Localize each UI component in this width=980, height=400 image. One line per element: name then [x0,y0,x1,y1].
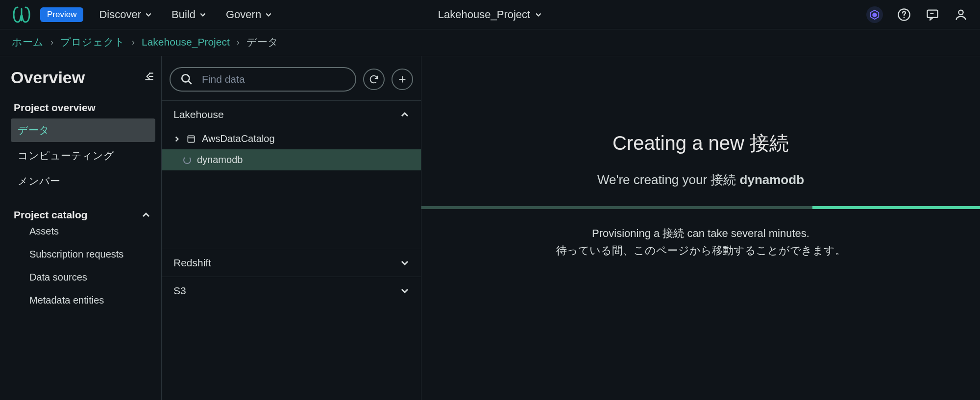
nav-label: Govern [226,8,261,21]
nav-label: Build [172,8,196,21]
tree-toolbar [162,56,421,100]
breadcrumb-home[interactable]: ホーム [12,35,44,49]
tree-group-redshift[interactable]: Redshift [162,249,421,277]
service-icon[interactable] [866,6,883,23]
progress-bar [421,206,980,209]
breadcrumb: ホーム › プロジェクト › Lakehouse_Project › データ [0,29,980,56]
desc-line-2: 待っている間、このページから移動することができます。 [556,242,846,259]
section-catalog-label: Project catalog [14,209,88,221]
sidebar: Overview Project overview データ コンピューティング … [0,56,162,400]
chevron-up-icon [400,110,409,119]
chevron-up-icon [142,211,150,219]
help-icon[interactable] [897,7,911,22]
project-selector[interactable]: Lakehouse_Project [438,8,542,21]
chevron-down-icon [400,259,409,267]
user-icon[interactable] [954,7,968,22]
sidebar-item-compute[interactable]: コンピューティング [11,144,155,167]
tree-item-awsdatacatalog[interactable]: AwsDataCatalog [162,128,421,149]
svg-line-12 [188,81,192,84]
catalog-icon [186,134,196,144]
chat-icon[interactable] [925,7,940,22]
overview-nav-list: データ コンピューティング メンバー [11,118,155,193]
creating-subtitle: We're creating your 接続 dynamodb [597,171,804,188]
nav-build[interactable]: Build [172,8,206,21]
data-tree: Lakehouse AwsDataCatalog dynamodb Redshi… [162,100,421,400]
tree-item-label: AwsDataCatalog [202,133,275,144]
sidebar-item-members[interactable]: メンバー [11,169,155,193]
svg-rect-15 [188,136,194,142]
breadcrumb-sep: › [237,37,240,47]
breadcrumb-current: データ [246,35,278,49]
sidebar-item-data-sources[interactable]: Data sources [11,267,155,288]
nav-label: Discover [99,8,141,21]
breadcrumb-project-name[interactable]: Lakehouse_Project [142,36,230,48]
project-name: Lakehouse_Project [438,8,530,21]
svg-point-7 [958,10,963,14]
top-nav: Preview Discover Build Govern Lakehouse_… [0,0,980,29]
catalog-nav-list: Assets Subscription requests Data source… [11,221,155,311]
chevron-right-icon [173,136,180,142]
sidebar-item-metadata-entities[interactable]: Metadata entities [11,290,155,311]
tree-group-label: S3 [173,285,186,297]
subtitle-prefix: We're creating your 接続 [597,172,740,187]
breadcrumb-sep: › [132,37,135,47]
tree-group-label: Lakehouse [173,109,224,120]
chevron-down-icon [535,11,542,18]
topnav-right [866,6,968,23]
section-project-catalog[interactable]: Project catalog [11,209,155,221]
tree-group-s3[interactable]: S3 [162,277,421,305]
sidebar-item-data[interactable]: データ [11,118,155,142]
main-nav: Discover Build Govern [99,8,272,21]
chevron-down-icon [265,11,272,18]
tree-item-dynamodb[interactable]: dynamodb [162,149,421,170]
chevron-down-icon [145,11,152,18]
svg-point-11 [182,74,189,82]
logo[interactable] [12,6,31,24]
creating-description: Provisioning a 接続 can take several minut… [556,225,846,259]
creating-title: Creating a new 接続 [612,130,789,157]
refresh-button[interactable] [363,69,385,90]
tree-item-label: dynamodb [197,154,243,165]
tree-group-label: Redshift [173,257,211,269]
progress-bar-fill [812,206,980,209]
divider [11,200,155,200]
svg-point-4 [904,17,905,18]
search-icon [180,73,193,86]
main-columns: Overview Project overview データ コンピューティング … [0,56,980,400]
nav-discover[interactable]: Discover [99,8,152,21]
loading-spinner-icon [183,156,191,164]
desc-line-1: Provisioning a 接続 can take several minut… [556,225,846,242]
right-pane: Creating a new 接続 We're creating your 接続… [421,56,980,400]
subtitle-connection-name: dynamodb [740,172,804,187]
breadcrumb-projects[interactable]: プロジェクト [60,35,125,49]
chevron-down-icon [199,11,206,18]
section-project-overview: Project overview [14,102,152,114]
sidebar-item-subscription-requests[interactable]: Subscription requests [11,244,155,265]
add-button[interactable] [392,69,413,90]
chevron-down-icon [400,286,409,295]
preview-badge[interactable]: Preview [40,7,83,22]
sidebar-item-assets[interactable]: Assets [11,221,155,242]
data-tree-panel: Lakehouse AwsDataCatalog dynamodb Redshi… [162,56,421,400]
search-wrap[interactable] [170,67,356,92]
tree-group-lakehouse[interactable]: Lakehouse [162,101,421,128]
sidebar-title: Overview [11,68,85,87]
collapse-sidebar-icon[interactable] [143,70,155,85]
nav-govern[interactable]: Govern [226,8,272,21]
svg-marker-2 [872,12,877,17]
search-input[interactable] [202,73,345,85]
breadcrumb-sep: › [50,37,53,47]
